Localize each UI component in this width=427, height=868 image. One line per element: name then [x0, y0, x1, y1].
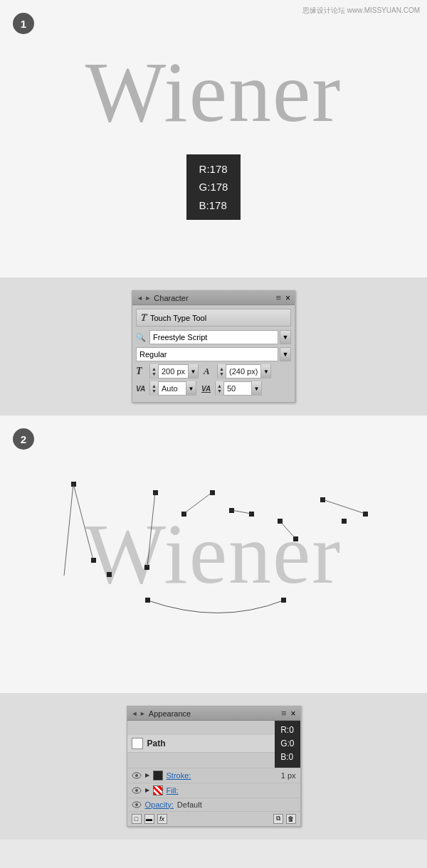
size-leading-row: T ▲ ▼ 200 px ▼ A ▲ ▼ (240 px) ▼: [136, 364, 291, 379]
path-row: Path: [127, 735, 275, 753]
leading-updown[interactable]: ▲ ▼: [218, 364, 226, 379]
color-b: B:178: [199, 196, 228, 215]
eye-icon-fill: [132, 786, 142, 795]
stroke-expand-arrow[interactable]: ▶: [145, 772, 149, 778]
svg-point-26: [135, 789, 138, 792]
add-stroke-button[interactable]: □: [132, 814, 142, 824]
tracking-icon: VA: [201, 385, 213, 393]
path-swatch: [132, 738, 143, 749]
tracking-up[interactable]: ▲: [216, 383, 223, 388]
svg-rect-5: [153, 490, 158, 495]
leading-up[interactable]: ▲: [218, 366, 226, 371]
step-badge-1: 1: [13, 13, 34, 34]
font-size-dropdown[interactable]: ▼: [188, 364, 198, 379]
step-badge-2: 2: [13, 428, 34, 450]
panel-close-btn[interactable]: ×: [285, 293, 290, 303]
font-size-spinbox[interactable]: ▲ ▼ 200 px ▼: [149, 364, 199, 379]
leading-spinbox[interactable]: ▲ ▼ (240 px) ▼: [217, 364, 271, 379]
color-r: R:178: [199, 160, 228, 179]
appear-collapse-arrows[interactable]: ◄ ►: [132, 710, 146, 717]
svg-rect-13: [320, 497, 325, 502]
leading-down[interactable]: ▼: [218, 371, 226, 376]
font-size-value: 200 px: [159, 367, 188, 376]
fill-swatch[interactable]: [153, 785, 163, 795]
add-fill-button[interactable]: ▬: [144, 814, 154, 824]
character-panel: ◄ ► Character ≡ × 𝑇 Touch Type Tool 🔍 Fr…: [132, 290, 295, 403]
panel-title-left: ◄ ► Character: [137, 294, 189, 302]
appearance-panel-title: Appearance: [149, 709, 191, 718]
kerning-icon: VA: [136, 385, 147, 393]
kerning-spinbox[interactable]: ▲ ▼ Auto ▼: [149, 381, 196, 396]
svg-point-28: [135, 803, 138, 806]
path-label: Path: [147, 739, 271, 748]
tracking-spinbox[interactable]: ▲ ▼ 50 ▼: [215, 381, 262, 396]
leading-icon: A: [204, 366, 215, 377]
leading-value: (240 px): [226, 367, 260, 376]
opacity-link[interactable]: Opacity:: [145, 800, 174, 809]
appear-panel-titlebar: ◄ ► Appearance ≡ ×: [127, 706, 300, 721]
svg-line-3: [64, 484, 73, 576]
svg-rect-15: [363, 512, 368, 517]
tracking-down[interactable]: ▼: [216, 388, 223, 393]
font-style-arrow[interactable]: ▼: [280, 347, 291, 361]
font-style-select[interactable]: Regular: [136, 347, 278, 361]
font-size-icon: T: [136, 366, 147, 377]
fx-button[interactable]: fx: [157, 814, 167, 824]
appear-color-g: G:0: [280, 737, 294, 751]
kerning-down[interactable]: ▼: [150, 388, 158, 393]
appear-close-btn[interactable]: ×: [290, 709, 295, 719]
kerning-tracking-row: VA ▲ ▼ Auto ▼ VA ▲ ▼ 50 ▼: [136, 381, 291, 396]
svg-rect-0: [71, 482, 76, 487]
font-search-icon: 🔍: [136, 333, 148, 342]
watermark: 思缘设计论坛 www.MISSYUAN.COM: [302, 6, 420, 16]
font-style-row: Regular ▼: [136, 347, 291, 361]
section-2: 2 Wiener: [0, 416, 427, 693]
appearance-panel: ◄ ► Appearance ≡ × Path R:0 G:0 B:0: [127, 706, 301, 827]
opacity-row: Opacity: Default: [127, 798, 300, 811]
appear-menu-icon[interactable]: ≡: [281, 708, 287, 719]
kerning-updown[interactable]: ▲ ▼: [150, 381, 159, 396]
tracking-value: 50: [224, 384, 251, 393]
fill-expand-arrow[interactable]: ▶: [145, 787, 149, 793]
touch-type-label: Touch Type Tool: [150, 314, 206, 322]
font-family-select[interactable]: Freestyle Script: [149, 330, 278, 344]
kerning-dropdown[interactable]: ▼: [186, 381, 196, 396]
appear-color-box: R:0 G:0 B:0: [275, 721, 300, 768]
panel-titlebar: ◄ ► Character ≡ ×: [132, 291, 295, 305]
leading-dropdown[interactable]: ▼: [260, 364, 270, 379]
touch-type-button[interactable]: 𝑇 Touch Type Tool: [136, 309, 291, 327]
wiener-outline-container: Wiener: [43, 455, 384, 654]
color-info-box: R:178 G:178 B:178: [186, 154, 241, 221]
character-panel-section: ◄ ► Character ≡ × 𝑇 Touch Type Tool 🔍 Fr…: [0, 277, 427, 416]
wiener-display-1: Wiener: [85, 43, 342, 142]
opacity-value: Default: [177, 800, 202, 809]
kerning-up[interactable]: ▲: [150, 383, 158, 388]
eye-icon-opacity: [132, 800, 142, 809]
tracking-dropdown[interactable]: ▼: [251, 381, 261, 396]
font-size-up[interactable]: ▲: [150, 366, 158, 371]
svg-point-24: [135, 774, 138, 777]
font-size-updown[interactable]: ▲ ▼: [150, 364, 159, 379]
font-size-down[interactable]: ▼: [150, 371, 158, 376]
delete-item-button[interactable]: 🗑: [286, 814, 296, 824]
appear-color-r: R:0: [280, 724, 294, 737]
appear-footer: □ ▬ fx ⧉ 🗑: [127, 811, 300, 826]
character-panel-title: Character: [154, 294, 188, 302]
stroke-link[interactable]: Stroke:: [167, 771, 191, 780]
panel-menu-icon[interactable]: ≡: [275, 292, 281, 303]
stroke-value: 1 px: [281, 771, 296, 780]
appearance-panel-section: ◄ ► Appearance ≡ × Path R:0 G:0 B:0: [0, 693, 427, 840]
color-g: G:178: [199, 178, 228, 196]
appear-color-b: B:0: [280, 751, 294, 764]
appearance-body: Path R:0 G:0 B:0 ▶ Stroke: 1 px: [127, 721, 300, 826]
tracking-updown[interactable]: ▲ ▼: [216, 381, 224, 396]
appear-panel-title-left: ◄ ► Appearance: [132, 709, 191, 718]
stroke-swatch[interactable]: [153, 771, 163, 780]
font-family-arrow[interactable]: ▼: [280, 330, 291, 344]
panel-collapse-arrows[interactable]: ◄ ►: [137, 295, 151, 302]
stroke-row: ▶ Stroke: 1 px: [127, 768, 300, 783]
eye-icon-stroke: [132, 771, 142, 780]
touch-type-icon: 𝑇: [141, 312, 147, 324]
fill-link[interactable]: Fill:: [167, 786, 179, 795]
copy-item-button[interactable]: ⧉: [273, 814, 283, 824]
